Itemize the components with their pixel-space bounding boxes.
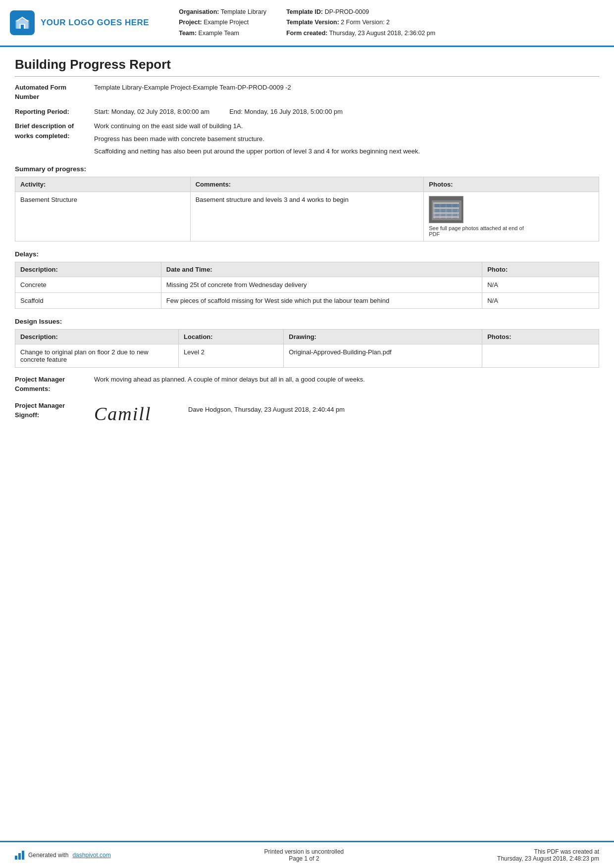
pm-signoff-label: Project Manager Signoff: [15, 401, 94, 420]
brief-description-value: Work continuing on the east side wall of… [94, 121, 599, 156]
form-version-label: Form Version: [346, 19, 385, 26]
page: YOUR LOGO GOES HERE Organisation: Templa… [0, 0, 614, 868]
project-value: Example Project [204, 19, 249, 26]
template-id-label: Template ID: [286, 8, 323, 15]
footer-generated-link[interactable]: dashpivot.com [72, 852, 110, 859]
photo-caption: See full page photos attached at end of … [429, 225, 528, 237]
summary-photos-cell: See full page photos attached at end of … [424, 192, 599, 241]
reporting-period-start: Start: Monday, 02 July 2018, 8:00:00 am [94, 107, 209, 117]
table-row: Basement StructureBasement structure and… [15, 192, 599, 241]
footer-center: Printed version is uncontrolled Page 1 o… [264, 848, 344, 862]
footer-generated-text: Generated with [28, 852, 68, 859]
brief-description-label: Brief description of works completed: [15, 121, 94, 141]
svg-rect-10 [433, 207, 459, 209]
pm-comments-row: Project Manager Comments: Work moving ah… [15, 375, 599, 394]
signature-area: Camill Dave Hodgson, Thursday, 23 August… [94, 403, 345, 425]
org-value: Template Library [221, 8, 266, 15]
form-created-value: Thursday, 23 August 2018, 2:36:02 pm [329, 30, 436, 37]
automated-form-number-row: Automated Form Number Template Library-E… [15, 83, 599, 102]
delays-photo-cell: N/A [482, 277, 599, 292]
delays-description-cell: Scaffold [15, 292, 161, 308]
automated-form-number-label: Automated Form Number [15, 83, 94, 102]
design-issues-section-header: Design Issues: [15, 318, 599, 325]
delays-datetime-cell: Few pieces of scaffold missing for West … [161, 292, 482, 308]
svg-rect-12 [433, 216, 459, 218]
logo-text: YOUR LOGO GOES HERE [41, 18, 149, 28]
report-title: Building Progress Report [15, 57, 599, 77]
automated-form-number-value: Template Library-Example Project-Example… [94, 83, 599, 93]
svg-rect-9 [433, 202, 459, 204]
photo-thumbnail [429, 196, 463, 223]
table-row: Change to original plan on floor 2 due t… [15, 344, 599, 367]
header-meta-col-left: Organisation: Template Library Project: … [179, 7, 266, 39]
team-label: Team: [179, 30, 197, 37]
form-created-label: Form created: [286, 30, 327, 37]
reporting-period-end: End: Monday, 16 July 2018, 5:00:00 pm [229, 107, 343, 117]
design-col-description: Description: [15, 329, 179, 344]
summary-section-header: Summary of progress: [15, 165, 599, 173]
brief-description-row: Brief description of works completed: Wo… [15, 121, 599, 156]
design-photos-cell [482, 344, 599, 367]
template-version-value: 2 [341, 19, 344, 26]
template-version-label: Template Version: [286, 19, 339, 26]
design-col-location: Location: [179, 329, 284, 344]
summary-col-comments: Comments: [190, 177, 424, 192]
reporting-period-label: Reporting Period: [15, 107, 94, 117]
design-description-cell: Change to original plan on floor 2 due t… [15, 344, 179, 367]
svg-rect-15 [434, 214, 459, 216]
design-issues-table: Description: Location: Drawing: Photos: … [15, 329, 599, 368]
footer-left: Generated with dashpivot.com [15, 851, 111, 860]
footer-right: This PDF was created at Thursday, 23 Aug… [497, 848, 599, 862]
delays-table: Description: Date and Time: Photo: Concr… [15, 262, 599, 309]
design-col-photos: Photos: [482, 329, 599, 344]
header-meta-col-right: Template ID: DP-PROD-0009 Template Versi… [286, 7, 435, 39]
footer: Generated with dashpivot.com Printed ver… [0, 841, 614, 868]
photo-cell: See full page photos attached at end of … [429, 196, 594, 237]
table-row: ConcreteMissing 25t of concrete from Wed… [15, 277, 599, 292]
signature-details: Dave Hodgson, Thursday, 23 August 2018, … [188, 403, 345, 413]
delays-datetime-cell: Missing 25t of concrete from Wednesday d… [161, 277, 482, 292]
table-row: ScaffoldFew pieces of scaffold missing f… [15, 292, 599, 308]
summary-activity-cell: Basement Structure [15, 192, 191, 241]
summary-table: Activity: Comments: Photos: Basement Str… [15, 177, 599, 241]
header: YOUR LOGO GOES HERE Organisation: Templa… [0, 0, 614, 47]
footer-pdf-created-text: This PDF was created at [497, 848, 599, 855]
brief-description-line: Progress has been made with concrete bas… [94, 134, 599, 144]
design-drawing-cell: Original-Approved-Building-Plan.pdf [284, 344, 482, 367]
brief-description-line: Scaffolding and netting has also been pu… [94, 146, 599, 156]
reporting-period-value: Start: Monday, 02 July 2018, 8:00:00 am … [94, 107, 599, 117]
delays-col-datetime: Date and Time: [161, 262, 482, 277]
design-col-drawing: Drawing: [284, 329, 482, 344]
footer-pdf-created-date: Thursday, 23 August 2018, 2:48:23 pm [497, 855, 599, 862]
signature-image: Camill [94, 403, 178, 425]
team-value: Example Team [199, 30, 239, 37]
reporting-period-row: Reporting Period: Start: Monday, 02 July… [15, 107, 599, 117]
svg-rect-13 [434, 204, 459, 207]
delays-description-cell: Concrete [15, 277, 161, 292]
template-id-value: DP-PROD-0009 [325, 8, 369, 15]
pm-comments-label: Project Manager Comments: [15, 375, 94, 394]
delays-section-header: Delays: [15, 250, 599, 258]
pm-comments-value: Work moving ahead as planned. A couple o… [94, 375, 599, 385]
brief-description-line: Work continuing on the east side wall of… [94, 121, 599, 131]
summary-col-activity: Activity: [15, 177, 191, 192]
dashpivot-icon [15, 851, 24, 860]
footer-page-text: Page 1 of 2 [264, 855, 344, 862]
org-label: Organisation: [179, 8, 219, 15]
report-body: Building Progress Report Automated Form … [0, 47, 614, 841]
logo-icon [10, 10, 35, 35]
svg-rect-11 [433, 212, 459, 214]
svg-rect-1 [21, 25, 24, 29]
footer-printed-text: Printed version is uncontrolled [264, 848, 344, 855]
svg-rect-14 [434, 209, 459, 212]
delays-col-photo: Photo: [482, 262, 599, 277]
delays-col-description: Description: [15, 262, 161, 277]
summary-col-photos: Photos: [424, 177, 599, 192]
pm-signoff-row: Project Manager Signoff: Camill Dave Hod… [15, 401, 599, 425]
summary-comments-cell: Basement structure and levels 3 and 4 wo… [190, 192, 424, 241]
design-location-cell: Level 2 [179, 344, 284, 367]
form-version-value: 2 [386, 19, 390, 26]
delays-photo-cell: N/A [482, 292, 599, 308]
header-meta: Organisation: Template Library Project: … [164, 7, 599, 39]
project-label: Project: [179, 19, 202, 26]
